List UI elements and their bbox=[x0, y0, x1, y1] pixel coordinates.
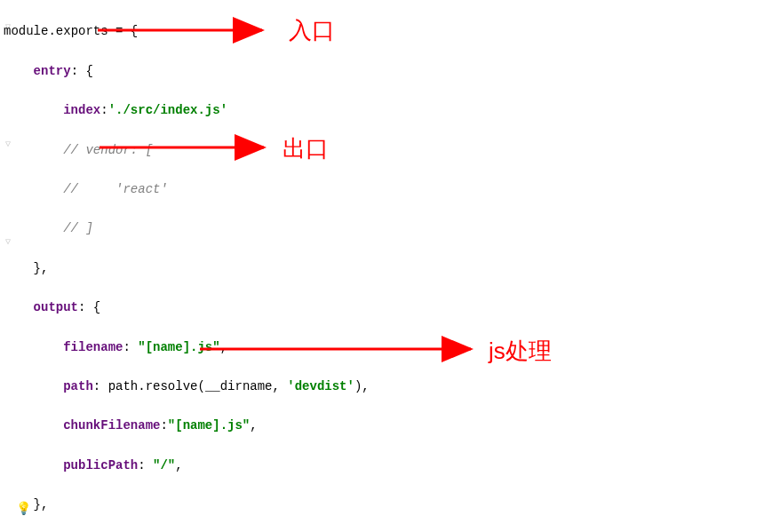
code-content: module.exports = { entry: { index:'./src… bbox=[0, 0, 772, 532]
annotation-arrow-entry bbox=[98, 23, 275, 41]
annotation-label-output: 出口 bbox=[283, 131, 329, 168]
annotation-label-entry: 入口 bbox=[289, 12, 335, 50]
annotation-arrow-js bbox=[200, 342, 484, 360]
annotation-label-js: js处理 bbox=[489, 333, 552, 370]
annotation-arrow-output bbox=[99, 140, 277, 158]
